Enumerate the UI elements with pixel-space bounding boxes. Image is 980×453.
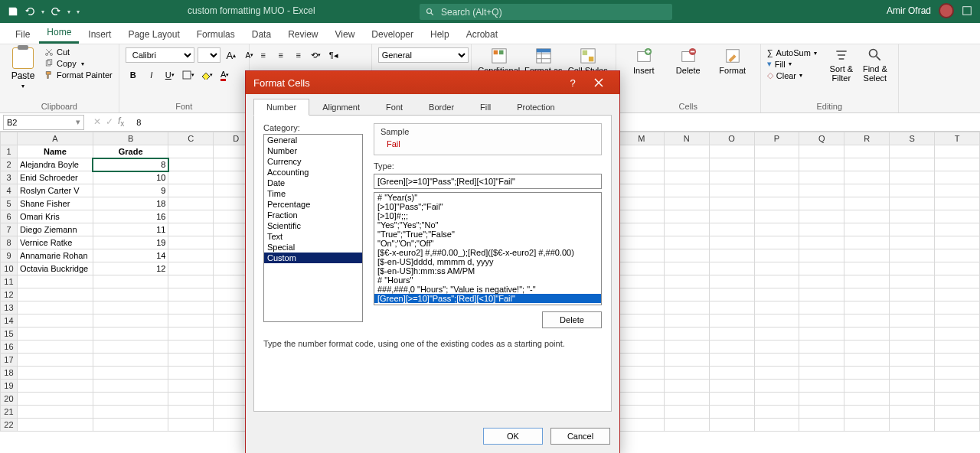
close-icon	[594, 78, 603, 87]
type-input[interactable]	[374, 174, 602, 189]
category-item-general[interactable]: General	[264, 135, 362, 145]
cancel-button[interactable]: Cancel	[550, 428, 610, 445]
sample-label: Sample	[381, 127, 595, 136]
type-item-0[interactable]: # "Year(s)"	[374, 193, 601, 202]
dialog-help-button[interactable]: ?	[560, 71, 586, 94]
category-item-scientific[interactable]: Scientific	[264, 220, 362, 231]
delete-type-button[interactable]: Delete	[542, 311, 602, 328]
dialog-hint: Type the number format code, using one o…	[263, 328, 602, 348]
category-item-text[interactable]: Text	[264, 231, 362, 242]
sample-box: Sample Fail	[374, 123, 602, 155]
dialog-tab-alignment[interactable]: Alignment	[309, 99, 373, 116]
type-item-1[interactable]: [>10]"Pass";"Fail"	[374, 202, 601, 211]
dialog-tab-font[interactable]: Font	[373, 99, 416, 116]
dialog-tabs: NumberAlignmentFontBorderFillProtection	[246, 94, 619, 116]
category-label: Category:	[263, 123, 363, 134]
dialog-tab-fill[interactable]: Fill	[467, 99, 504, 116]
category-item-accounting[interactable]: Accounting	[264, 167, 362, 178]
type-item-5[interactable]: "On";"On";"Off"	[374, 239, 601, 248]
type-list[interactable]: # "Year(s)"[>10]"Pass";"Fail"[>10]#;;;"Y…	[374, 192, 602, 305]
sample-value: Fail	[381, 136, 595, 148]
type-item-2[interactable]: [>10]#;;;	[374, 211, 601, 220]
dialog-tab-protection[interactable]: Protection	[504, 99, 568, 116]
category-item-fraction[interactable]: Fraction	[264, 210, 362, 220]
type-item-11[interactable]: [Green][>=10]"Pass";[Red][<10]"Fail"	[374, 294, 601, 303]
type-item-4[interactable]: "True";"True";"False"	[374, 230, 601, 239]
dialog-tab-number[interactable]: Number	[253, 99, 309, 116]
type-label: Type:	[374, 161, 602, 172]
type-item-10[interactable]: ###,###,0 "Hours"; "Value is negative!";…	[374, 285, 601, 294]
category-item-number[interactable]: Number	[264, 145, 362, 156]
category-item-date[interactable]: Date	[264, 178, 362, 188]
category-list[interactable]: GeneralNumberCurrencyAccountingDateTimeP…	[263, 134, 363, 322]
category-item-currency[interactable]: Currency	[264, 156, 362, 167]
type-item-7[interactable]: [$-en-US]dddd, mmmm d, yyyy	[374, 257, 601, 266]
format-cells-dialog: Format Cells ? NumberAlignmentFontBorder…	[245, 70, 620, 453]
dialog-tab-border[interactable]: Border	[416, 99, 467, 116]
dialog-close-button[interactable]	[586, 71, 612, 94]
type-item-9[interactable]: # "Hours"	[374, 275, 601, 285]
dialog-titlebar[interactable]: Format Cells ?	[246, 71, 619, 94]
category-item-custom[interactable]: Custom	[264, 253, 362, 263]
type-item-6[interactable]: [$€-x-euro2] #,##0.00_);[Red]([$€-x-euro…	[374, 248, 601, 257]
category-item-percentage[interactable]: Percentage	[264, 199, 362, 210]
type-item-8[interactable]: [$-en-US]h:mm:ss AM/PM	[374, 266, 601, 275]
type-item-3[interactable]: "Yes";"Yes";"No"	[374, 220, 601, 230]
dialog-title: Format Cells	[253, 77, 560, 89]
category-item-time[interactable]: Time	[264, 188, 362, 199]
category-item-special[interactable]: Special	[264, 242, 362, 253]
ok-button[interactable]: OK	[483, 428, 543, 445]
